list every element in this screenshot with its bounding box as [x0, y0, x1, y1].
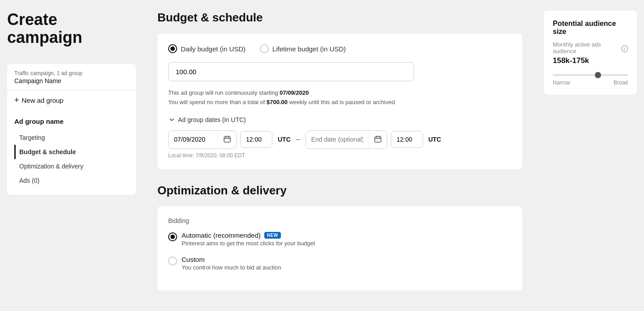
campaign-info: Traffic campaign, 1 ad group Campaign Na…	[7, 64, 136, 90]
narrow-label: Narrow	[553, 80, 570, 86]
campaign-type: Traffic campaign, 1 ad group	[14, 69, 129, 77]
optimization-section-title: Optimization & delivery	[157, 184, 522, 198]
optimization-card: Bidding Automatic (recommended) NEW Pint…	[157, 206, 522, 290]
page-title: Create campaign	[7, 11, 136, 46]
chevron-down-icon	[168, 116, 175, 123]
budget-section: Budget & schedule Daily budget (in USD) …	[157, 11, 522, 169]
audience-subtitle: Monthly active ads audience	[553, 41, 618, 55]
info-line1-prefix: This ad group will run continuously star…	[168, 89, 280, 96]
sidebar: Create campaign Traffic campaign, 1 ad g…	[0, 0, 143, 311]
daily-budget-label: Daily budget (in USD)	[181, 45, 246, 53]
date-row: UTC – UTC	[168, 130, 512, 149]
campaign-info-card: Traffic campaign, 1 ad group Campaign Na…	[7, 64, 136, 195]
plus-icon: +	[14, 96, 19, 105]
start-date-wrapper	[168, 130, 237, 149]
info-line1-date: 07/09/2020	[280, 89, 309, 96]
right-panel: Potential audience size Monthly active a…	[537, 0, 644, 311]
start-time-input[interactable]	[241, 131, 272, 147]
broad-label: Broad	[614, 80, 628, 86]
audience-title: Potential audience size	[553, 20, 628, 36]
local-time: Local time: 7/9/2020, 08:00 EDT	[168, 152, 512, 159]
new-ad-group-label: New ad group	[22, 97, 64, 104]
start-utc-label: UTC	[278, 136, 291, 143]
sidebar-item-optimization[interactable]: Optimization & delivery	[14, 159, 129, 173]
sidebar-item-budget[interactable]: Budget & schedule	[14, 145, 129, 159]
slider-track	[553, 74, 628, 76]
new-badge: NEW	[264, 232, 281, 239]
slider-dot	[595, 72, 601, 78]
slider-labels: Narrow Broad	[553, 80, 628, 86]
bidding-label: Bidding	[168, 217, 512, 224]
calendar-icon	[374, 135, 381, 143]
dates-toggle-label: Ad group dates (in UTC)	[178, 116, 246, 123]
budget-info: This ad group will run continuously star…	[168, 88, 512, 107]
calendar-icon	[224, 135, 231, 143]
automatic-bidding-option[interactable]: Automatic (recommended) NEW Pinterest ai…	[168, 231, 512, 247]
nav-section: Ad group name Targeting Budget & schedul…	[7, 110, 136, 195]
custom-description: You control how much to bid at auction	[182, 264, 281, 271]
budget-section-title: Budget & schedule	[157, 11, 522, 25]
info-icon[interactable]: i	[622, 45, 628, 52]
end-date-calendar-button[interactable]	[369, 131, 387, 148]
start-time-wrapper	[240, 131, 272, 148]
svg-rect-1	[375, 137, 381, 142]
end-time-input[interactable]	[391, 131, 423, 147]
info-line2-suffix: weekly until this ad is paused or archiv…	[288, 99, 395, 105]
audience-range: 158k-175k	[553, 56, 628, 65]
budget-card: Daily budget (in USD) Lifetime budget (i…	[157, 34, 522, 169]
automatic-radio[interactable]	[168, 232, 177, 241]
daily-budget-option[interactable]: Daily budget (in USD)	[168, 44, 246, 53]
svg-rect-0	[224, 137, 230, 142]
budget-input-wrapper	[168, 62, 512, 81]
audience-slider: Narrow Broad	[553, 74, 628, 86]
start-date-calendar-button[interactable]	[218, 131, 236, 148]
budget-input[interactable]	[168, 62, 414, 81]
audience-card: Potential audience size Monthly active a…	[544, 11, 637, 95]
optimization-section: Optimization & delivery Bidding Automati…	[157, 184, 522, 290]
date-separator: –	[296, 135, 300, 143]
custom-bidding-option[interactable]: Custom You control how much to bid at au…	[168, 256, 512, 271]
daily-budget-radio[interactable]	[168, 44, 177, 53]
end-date-input[interactable]	[306, 131, 369, 147]
sidebar-item-targeting[interactable]: Targeting	[14, 130, 129, 145]
automatic-content: Automatic (recommended) NEW Pinterest ai…	[182, 231, 315, 247]
nav-section-title: Ad group name	[14, 118, 129, 125]
start-date-input[interactable]	[169, 131, 218, 147]
custom-content: Custom You control how much to bid at au…	[182, 256, 281, 271]
budget-type-radio-group: Daily budget (in USD) Lifetime budget (i…	[168, 44, 512, 53]
info-line2-prefix: You will spend no more than a total of	[168, 99, 267, 105]
info-line2-amount: $700.00	[267, 99, 288, 105]
automatic-description: Pinterest aims to get the most clicks fo…	[182, 240, 315, 247]
end-date-wrapper	[305, 130, 387, 149]
lifetime-budget-radio[interactable]	[260, 44, 269, 53]
custom-title: Custom	[182, 256, 281, 263]
main-content: Budget & schedule Daily budget (in USD) …	[143, 0, 537, 311]
lifetime-budget-option[interactable]: Lifetime budget (in USD)	[260, 44, 346, 53]
campaign-name: Campaign Name	[14, 77, 129, 84]
end-time-wrapper	[391, 131, 423, 148]
automatic-title: Automatic (recommended) NEW	[182, 231, 315, 239]
lifetime-budget-label: Lifetime budget (in USD)	[272, 45, 346, 53]
new-ad-group-button[interactable]: + New ad group	[7, 90, 136, 110]
sidebar-item-ads[interactable]: Ads (0)	[14, 173, 129, 188]
end-utc-label: UTC	[428, 136, 441, 143]
custom-radio[interactable]	[168, 256, 177, 265]
dates-toggle[interactable]: Ad group dates (in UTC)	[168, 116, 512, 123]
